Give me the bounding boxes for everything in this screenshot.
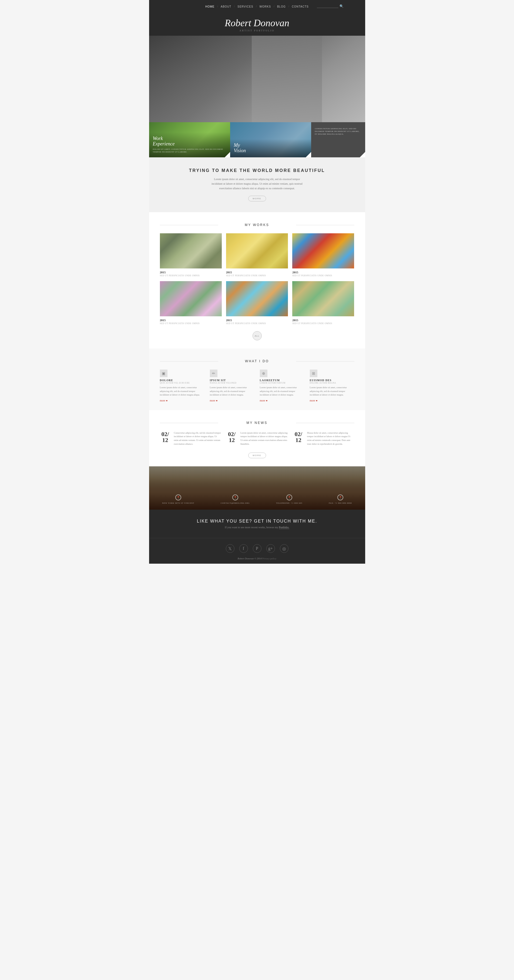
all-works-button[interactable]: ALL xyxy=(252,331,262,340)
my-vision-card: MyVision xyxy=(230,122,311,158)
tagline-more-button[interactable]: MORE xyxy=(248,196,266,201)
nav-about[interactable]: ABOUT xyxy=(220,5,232,9)
social-bar: 𝕏 f P g+ ◎ Robert Donovan © 2014 Privacy… xyxy=(149,538,365,564)
card-body-vision: CONSECTETUR ADIPISCING ELIT, SED DO EIUS… xyxy=(315,127,362,135)
contact-label-1: NEW YORK 9870 ST VINCENT xyxy=(162,502,194,504)
site-title: Robert Donovan xyxy=(149,17,365,29)
work-year-3: 2015 xyxy=(292,270,354,274)
what-section-title: WHAT I DO xyxy=(160,359,354,363)
footer-privacy-link[interactable]: Privacy policy xyxy=(262,557,276,560)
contact-pin-4: 📍 xyxy=(337,495,343,500)
work-year-1: 2015 xyxy=(160,270,222,274)
cta-heading: LIKE WHAT YOU SEE? GET IN TOUCH WITH ME. xyxy=(160,519,354,523)
contact-label-2: CONTACT@DMOLINK.ORG xyxy=(221,502,250,504)
news-item-3: 02/ 12 Massa-dolor sit amet, consectetur… xyxy=(293,431,354,446)
works-grid: 2015 SED UT PERSPICIATIS UNDE OMNIS 2015… xyxy=(160,233,354,325)
contact-item-4: 📍 FAX: +1 800 889-9898 xyxy=(329,495,352,504)
what-title-3: LAOREETUM xyxy=(260,379,305,382)
works-section-title: MY WORKS xyxy=(160,223,354,227)
footer-year: © 2014 xyxy=(254,557,262,560)
news-item-2: 02/ 12 Lorem ipsum dolor sit amet, conse… xyxy=(226,431,288,446)
contact-label-3: TELEPHONE: +1 800 605 xyxy=(276,502,302,504)
what-more-2[interactable]: more ● xyxy=(210,399,254,402)
work-item-2[interactable]: 2015 SED UT PERSPICIATIS UNDE OMNIS xyxy=(226,233,288,277)
what-icon-1: ▣ xyxy=(160,369,167,377)
facebook-icon[interactable]: f xyxy=(239,544,248,553)
search-input[interactable] xyxy=(317,5,338,8)
nav-home[interactable]: HOME xyxy=(204,5,216,9)
work-year-2: 2015 xyxy=(226,270,288,274)
work-thumb-4 xyxy=(160,281,222,316)
what-icon-2: ✏ xyxy=(210,369,217,377)
what-item-1: ▣ DOLORE QUIS AUTEM VEL EUM IURE Lorem i… xyxy=(160,369,205,402)
work-year-6: 2015 xyxy=(292,318,354,322)
work-desc-2: SED UT PERSPICIATIS UNDE OMNIS xyxy=(226,274,288,277)
work-item-4[interactable]: 2015 SED UT PERSPICIATIS UNDE OMNIS xyxy=(160,281,222,325)
googleplus-icon[interactable]: g+ xyxy=(267,544,275,553)
work-item-1[interactable]: 2015 SED UT PERSPICIATIS UNDE OMNIS xyxy=(160,233,222,277)
what-more-dot-3: more ● xyxy=(260,399,268,402)
tagline-body: Lorem ipsum dolor sit amet, consectetur … xyxy=(208,177,306,191)
footer-brand: Robert Donovan xyxy=(238,557,254,560)
work-year-5: 2015 xyxy=(226,318,288,322)
twitter-icon[interactable]: 𝕏 xyxy=(226,544,235,553)
news-body-3: Massa-dolor sit amet, consectetur adipis… xyxy=(307,431,354,446)
nav-works[interactable]: WORKS xyxy=(258,5,272,9)
news-date-block-1: 02/ 12 xyxy=(160,431,171,443)
work-desc-6: SED UT PERSPICIATIS UNDE OMNIS xyxy=(292,322,354,325)
work-item-6[interactable]: 2015 SED UT PERSPICIATIS UNDE OMNIS xyxy=(292,281,354,325)
what-sub-3: LOREM AUTEM FERTUM xyxy=(260,382,305,384)
news-body-1: Consectetur adipiscing elit, sed do eius… xyxy=(174,431,221,446)
news-item-1: 02/ 12 Consectetur adipiscing elit, sed … xyxy=(160,431,221,446)
nav-contacts[interactable]: CONTACTS xyxy=(291,5,310,9)
work-item-3[interactable]: 2015 SED UT PERSPICIATIS UNDE OMNIS xyxy=(292,233,354,277)
hero-figure xyxy=(252,36,322,122)
what-section: WHAT I DO ▣ DOLORE QUIS AUTEM VEL EUM IU… xyxy=(149,348,365,410)
news-date-2: 02/ 12 xyxy=(226,431,237,446)
news-more-button[interactable]: MORE xyxy=(248,453,266,458)
what-more-3[interactable]: more ● xyxy=(260,399,305,402)
what-more-1[interactable]: more ● xyxy=(160,399,205,402)
footer-copyright: Robert Donovan © 2014 Privacy policy xyxy=(149,557,365,560)
what-body-1: Lorem ipsum dolor sit amet, consectetur … xyxy=(160,386,205,397)
pinterest-icon[interactable]: P xyxy=(253,544,262,553)
news-day-2: 12 xyxy=(229,437,235,443)
dark-card: CONSECTETUR ADIPISCING ELIT, SED DO EIUS… xyxy=(311,122,365,158)
what-sub-2: NASSA AUTEM VELONED xyxy=(210,382,254,384)
work-desc-4: SED UT PERSPICIATIS UNDE OMNIS xyxy=(160,322,222,325)
what-grid: ▣ DOLORE QUIS AUTEM VEL EUM IURE Lorem i… xyxy=(160,369,354,402)
contact-item-3: 📍 TELEPHONE: +1 800 605 xyxy=(276,495,302,504)
news-date-block-2: 02/ 12 xyxy=(226,431,237,443)
works-section: MY WORKS 2015 SED UT PERSPICIATIS UNDE O… xyxy=(149,212,365,348)
work-desc-3: SED UT PERSPICIATIS UNDE OMNIS xyxy=(292,274,354,277)
card-body-work: DOLOR SIT AMET, CONSECTETUR ADIPISCING E… xyxy=(153,148,226,154)
news-grid: 02/ 12 Consectetur adipiscing elit, sed … xyxy=(160,431,354,446)
cta-section: LIKE WHAT YOU SEE? GET IN TOUCH WITH ME.… xyxy=(149,510,365,538)
what-item-4: ⊞ EUISMOD DES DOLORE AUTEM MAGNA Lorem i… xyxy=(310,369,354,402)
contact-item-2: 📍 CONTACT@DMOLINK.ORG xyxy=(221,495,250,504)
what-more-4[interactable]: more ● xyxy=(310,399,354,402)
feature-cards: WorkExperience DOLOR SIT AMET, CONSECTET… xyxy=(149,122,365,158)
what-body-4: Lorem ipsum dolor sit amet, consectetur … xyxy=(310,386,354,397)
nav-blog[interactable]: BLOG xyxy=(276,5,287,9)
work-thumb-6 xyxy=(292,281,354,316)
work-item-5[interactable]: 2015 SED UT PERSPICIATIS UNDE OMNIS xyxy=(226,281,288,325)
work-year-4: 2015 xyxy=(160,318,222,322)
what-more-dot-1: more ● xyxy=(160,399,168,402)
what-icon-3: ⊕ xyxy=(260,369,267,377)
cta-portfolio-link[interactable]: Portfolio. xyxy=(279,526,289,529)
search-icon[interactable]: 🔍 xyxy=(339,4,344,8)
contact-pin-1: 📍 xyxy=(175,495,181,500)
site-subtitle: ARTIST PORTFOLIO xyxy=(149,29,365,32)
contact-pin-2: 📍 xyxy=(232,495,238,500)
news-day-1: 12 xyxy=(162,437,168,443)
card-corner-vision xyxy=(306,152,311,158)
contact-item-1: 📍 NEW YORK 9870 ST VINCENT xyxy=(162,495,194,504)
tagline-section: TRYING TO MAKE THE WORLD MORE BEAUTIFUL … xyxy=(149,158,365,212)
nav-services[interactable]: SERVICES xyxy=(236,5,254,9)
work-desc-1: SED UT PERSPICIATIS UNDE OMNIS xyxy=(160,274,222,277)
what-sub-1: QUIS AUTEM VEL EUM IURE xyxy=(160,382,205,384)
github-icon[interactable]: ◎ xyxy=(280,544,289,553)
news-date-1: 02/ 12 xyxy=(160,431,171,446)
cta-body: If you want to see more recent works, br… xyxy=(160,526,354,529)
